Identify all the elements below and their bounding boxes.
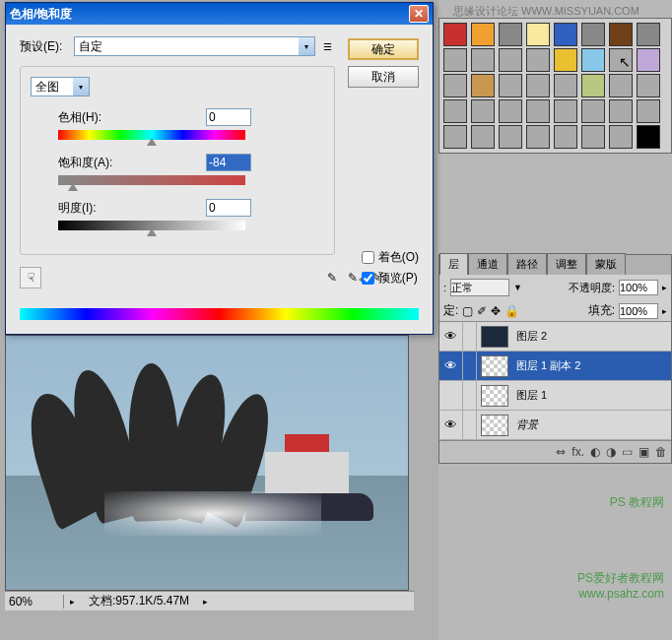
slider-thumb[interactable] bbox=[147, 138, 157, 146]
layer-name[interactable]: 图层 1 bbox=[512, 388, 547, 403]
swatch[interactable] bbox=[581, 99, 605, 123]
swatch[interactable] bbox=[609, 125, 633, 149]
layer-row[interactable]: 👁背景 bbox=[439, 411, 671, 440]
saturation-slider[interactable] bbox=[58, 175, 245, 185]
preset-menu-icon[interactable]: ☰ bbox=[323, 41, 332, 52]
swatch[interactable] bbox=[471, 99, 495, 123]
lock-position-icon[interactable]: ✥ bbox=[491, 304, 501, 318]
layer-row[interactable]: 图层 1 bbox=[439, 381, 671, 411]
chevron-down-icon[interactable]: ▼ bbox=[513, 283, 522, 292]
swatch[interactable] bbox=[609, 74, 633, 97]
chevron-down-icon[interactable]: ▾ bbox=[299, 37, 314, 55]
close-icon[interactable]: ✕ bbox=[409, 5, 429, 23]
tab-paths[interactable]: 路径 bbox=[507, 253, 547, 275]
visibility-toggle[interactable]: 👁 bbox=[439, 322, 463, 351]
tab-layers[interactable]: 层 bbox=[439, 253, 468, 275]
zoom-arrow-icon[interactable]: ▸ bbox=[70, 597, 75, 607]
swatch[interactable] bbox=[581, 48, 605, 72]
swatch[interactable] bbox=[554, 48, 577, 72]
swatch[interactable] bbox=[526, 23, 550, 46]
hue-input[interactable] bbox=[206, 108, 251, 126]
chevron-down-icon[interactable]: ▾ bbox=[73, 78, 89, 96]
lock-pixels-icon[interactable]: ✐ bbox=[477, 304, 487, 318]
slider-thumb[interactable] bbox=[147, 228, 157, 236]
new-layer-icon[interactable]: ▣ bbox=[638, 445, 649, 459]
swatch[interactable] bbox=[499, 99, 522, 123]
swatch[interactable] bbox=[443, 23, 467, 46]
layer-thumbnail[interactable] bbox=[481, 415, 508, 436]
swatch[interactable] bbox=[581, 74, 605, 97]
visibility-toggle[interactable]: 👁 bbox=[439, 352, 463, 380]
swatch[interactable] bbox=[637, 125, 660, 149]
swatch[interactable] bbox=[443, 74, 467, 97]
saturation-input[interactable] bbox=[206, 154, 251, 171]
fx-icon[interactable]: fx. bbox=[571, 445, 584, 459]
tab-masks[interactable]: 蒙版 bbox=[586, 253, 626, 275]
swatch[interactable] bbox=[499, 23, 522, 46]
swatch[interactable] bbox=[471, 74, 495, 97]
swatch[interactable] bbox=[554, 99, 577, 123]
cancel-button[interactable]: 取消 bbox=[348, 66, 419, 88]
preset-select[interactable]: 自定 ▾ bbox=[74, 36, 315, 56]
layer-name[interactable]: 背景 bbox=[512, 417, 538, 432]
layer-name[interactable]: 图层 1 副本 2 bbox=[512, 358, 580, 373]
swatch[interactable] bbox=[526, 48, 550, 72]
visibility-toggle[interactable]: 👁 bbox=[439, 411, 463, 439]
swatch[interactable] bbox=[609, 23, 633, 46]
visibility-toggle[interactable] bbox=[439, 381, 463, 410]
swatch[interactable] bbox=[581, 125, 605, 149]
targeted-adjust-icon[interactable]: ☟ bbox=[20, 267, 41, 288]
link-layers-icon[interactable]: ⇔ bbox=[556, 445, 566, 459]
tab-adjustments[interactable]: 调整 bbox=[547, 253, 586, 275]
layer-row[interactable]: 👁图层 1 副本 2 bbox=[439, 352, 671, 381]
opacity-flyout-icon[interactable]: ▸ bbox=[662, 283, 667, 292]
opacity-input[interactable] bbox=[619, 280, 658, 295]
blend-mode-select[interactable] bbox=[450, 279, 509, 296]
swatch[interactable] bbox=[526, 125, 550, 149]
swatch[interactable] bbox=[554, 74, 577, 97]
swatch[interactable] bbox=[554, 23, 577, 46]
swatch[interactable] bbox=[471, 125, 495, 149]
swatch[interactable] bbox=[471, 48, 495, 72]
swatch[interactable] bbox=[526, 74, 550, 97]
tab-channels[interactable]: 通道 bbox=[468, 253, 507, 275]
swatch[interactable] bbox=[637, 74, 660, 97]
doc-arrow-icon[interactable]: ▸ bbox=[203, 597, 208, 607]
swatch[interactable] bbox=[443, 99, 467, 123]
lightness-slider[interactable] bbox=[58, 221, 245, 230]
layer-thumbnail[interactable] bbox=[481, 385, 508, 407]
layer-name[interactable]: 图层 2 bbox=[512, 329, 547, 344]
swatch[interactable] bbox=[637, 99, 660, 123]
zoom-level[interactable]: 60% bbox=[5, 595, 64, 608]
swatch[interactable] bbox=[554, 125, 577, 149]
group-icon[interactable]: ▭ bbox=[622, 445, 633, 459]
document-canvas[interactable] bbox=[5, 335, 409, 591]
hue-slider[interactable] bbox=[58, 130, 245, 140]
lock-all-icon[interactable]: 🔒 bbox=[504, 304, 519, 318]
trash-icon[interactable]: 🗑 bbox=[655, 445, 667, 459]
slider-thumb[interactable] bbox=[68, 183, 78, 191]
swatch[interactable] bbox=[581, 23, 605, 46]
swatch[interactable] bbox=[471, 23, 495, 46]
swatch[interactable] bbox=[443, 48, 467, 72]
layer-row[interactable]: 👁图层 2 bbox=[439, 322, 671, 352]
fill-input[interactable] bbox=[619, 303, 658, 319]
eyedropper-icon[interactable]: ✎ bbox=[322, 268, 342, 288]
swatch[interactable] bbox=[443, 125, 467, 149]
swatch[interactable] bbox=[499, 48, 522, 72]
swatch[interactable] bbox=[609, 99, 633, 123]
ok-button[interactable]: 确定 bbox=[348, 38, 419, 60]
fill-flyout-icon[interactable]: ▸ bbox=[662, 306, 667, 316]
swatch[interactable] bbox=[637, 48, 660, 72]
layer-thumbnail[interactable] bbox=[481, 326, 508, 348]
swatch[interactable] bbox=[499, 74, 522, 97]
preview-checkbox[interactable] bbox=[362, 272, 374, 285]
mask-icon[interactable]: ◐ bbox=[590, 445, 600, 459]
swatch[interactable] bbox=[526, 99, 550, 123]
lightness-input[interactable] bbox=[206, 199, 251, 217]
colorize-checkbox[interactable] bbox=[362, 251, 374, 264]
lock-transparent-icon[interactable]: ▢ bbox=[462, 304, 473, 318]
dialog-titlebar[interactable]: 色相/饱和度 ✕ bbox=[6, 3, 433, 25]
range-select[interactable]: 全图 ▾ bbox=[31, 77, 90, 96]
swatch[interactable] bbox=[499, 125, 522, 149]
